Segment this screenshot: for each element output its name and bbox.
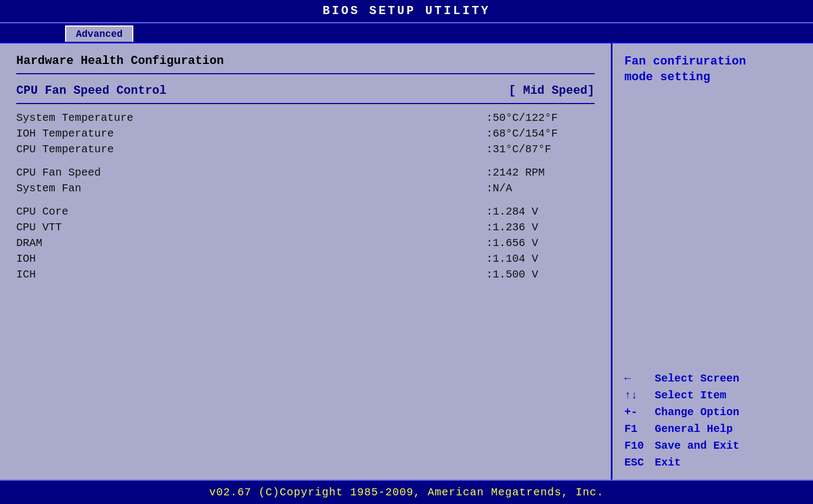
temperature-group: System Temperature :50°C/122°F IOH Tempe… bbox=[16, 112, 595, 156]
ich-label: ICH bbox=[16, 268, 36, 281]
table-row: System Temperature :50°C/122°F bbox=[16, 112, 595, 124]
cpu-vtt-label: CPU VTT bbox=[16, 221, 62, 234]
fan-speed-group: CPU Fan Speed :2142 RPM System Fan :N/A bbox=[16, 166, 595, 195]
table-row: IOH :1.104 V bbox=[16, 253, 595, 265]
table-row: IOH Temperature :68°C/154°F bbox=[16, 127, 595, 140]
help-spacer bbox=[624, 88, 801, 367]
help-title-line1: Fan confiruration bbox=[624, 55, 746, 68]
title-bar: BIOS SETUP UTILITY bbox=[0, 0, 813, 23]
cpu-temp-value: :31°C/87°F bbox=[486, 143, 595, 156]
table-row: CPU Core :1.284 V bbox=[16, 205, 595, 218]
key-row-select-screen: ← Select Screen bbox=[624, 372, 801, 385]
key-row-select-item: ↑↓ Select Item bbox=[624, 389, 801, 402]
key-symbol-arrow: ← bbox=[624, 372, 647, 385]
main-content: Hardware Health Configuration CPU Fan Sp… bbox=[0, 42, 813, 480]
cpu-core-label: CPU Core bbox=[16, 205, 68, 218]
key-desc-esc: Exit bbox=[655, 456, 681, 469]
ich-value: :1.500 V bbox=[486, 268, 595, 281]
right-panel: Fan confiruration mode setting ← Select … bbox=[612, 43, 813, 480]
table-row: CPU Temperature :31°C/87°F bbox=[16, 143, 595, 156]
left-panel: Hardware Health Configuration CPU Fan Sp… bbox=[0, 43, 612, 480]
help-title-line2: mode setting bbox=[624, 70, 710, 84]
section-title: Hardware Health Configuration bbox=[16, 54, 595, 68]
tab-bar: Advanced bbox=[0, 23, 813, 42]
table-row: System Fan :N/A bbox=[16, 182, 595, 195]
key-symbol-esc: ESC bbox=[624, 456, 647, 469]
key-symbol-updown: ↑↓ bbox=[624, 389, 647, 402]
dram-label: DRAM bbox=[16, 237, 42, 249]
footer-text: v02.67 (C)Copyright 1985-2009, American … bbox=[209, 486, 604, 499]
footer: v02.67 (C)Copyright 1985-2009, American … bbox=[0, 480, 813, 504]
tab-advanced[interactable]: Advanced bbox=[65, 25, 133, 42]
key-desc-save-exit: Save and Exit bbox=[655, 440, 739, 452]
cpu-vtt-value: :1.236 V bbox=[486, 221, 595, 234]
key-symbol-f10: F10 bbox=[624, 440, 647, 452]
key-desc-select-item: Select Item bbox=[655, 389, 726, 402]
cpu-fan-speed-value: :2142 RPM bbox=[486, 166, 595, 179]
key-help-section: ← Select Screen ↑↓ Select Item +- Change… bbox=[624, 372, 801, 469]
ioh-temp-label: IOH Temperature bbox=[16, 127, 114, 140]
cpu-fan-speed-label: CPU Fan Speed bbox=[16, 166, 101, 179]
table-row: CPU VTT :1.236 V bbox=[16, 221, 595, 234]
cpu-fan-row[interactable]: CPU Fan Speed Control [ Mid Speed] bbox=[16, 84, 595, 104]
key-row-change-option: +- Change Option bbox=[624, 406, 801, 418]
table-row: DRAM :1.656 V bbox=[16, 237, 595, 249]
ioh-value: :1.104 V bbox=[486, 253, 595, 265]
cpu-fan-value: [ Mid Speed] bbox=[509, 84, 595, 98]
bios-screen: BIOS SETUP UTILITY Advanced Hardware Hea… bbox=[0, 0, 813, 504]
voltage-group: CPU Core :1.284 V CPU VTT :1.236 V DRAM … bbox=[16, 205, 595, 281]
key-desc-change-option: Change Option bbox=[655, 406, 739, 418]
key-row-general-help: F1 General Help bbox=[624, 423, 801, 435]
help-title: Fan confiruration mode setting bbox=[624, 54, 801, 85]
table-row: CPU Fan Speed :2142 RPM bbox=[16, 166, 595, 179]
spacer1 bbox=[16, 159, 595, 166]
ioh-label: IOH bbox=[16, 253, 36, 265]
cpu-fan-label: CPU Fan Speed Control bbox=[16, 84, 166, 98]
system-temp-label: System Temperature bbox=[16, 112, 133, 124]
cpu-core-value: :1.284 V bbox=[486, 205, 595, 218]
key-row-esc: ESC Exit bbox=[624, 456, 801, 469]
key-symbol-plusminus: +- bbox=[624, 406, 647, 418]
table-row: ICH :1.500 V bbox=[16, 268, 595, 281]
bios-title: BIOS SETUP UTILITY bbox=[322, 4, 491, 18]
key-desc-select-screen: Select Screen bbox=[655, 372, 739, 385]
key-symbol-f1: F1 bbox=[624, 423, 647, 435]
key-row-save-exit: F10 Save and Exit bbox=[624, 440, 801, 452]
key-desc-general-help: General Help bbox=[655, 423, 733, 435]
dram-value: :1.656 V bbox=[486, 237, 595, 249]
ioh-temp-value: :68°C/154°F bbox=[486, 127, 595, 140]
section-divider bbox=[16, 73, 595, 74]
system-fan-value: :N/A bbox=[486, 182, 595, 195]
system-temp-value: :50°C/122°F bbox=[486, 112, 595, 124]
cpu-temp-label: CPU Temperature bbox=[16, 143, 114, 156]
spacer2 bbox=[16, 198, 595, 205]
system-fan-label: System Fan bbox=[16, 182, 81, 195]
